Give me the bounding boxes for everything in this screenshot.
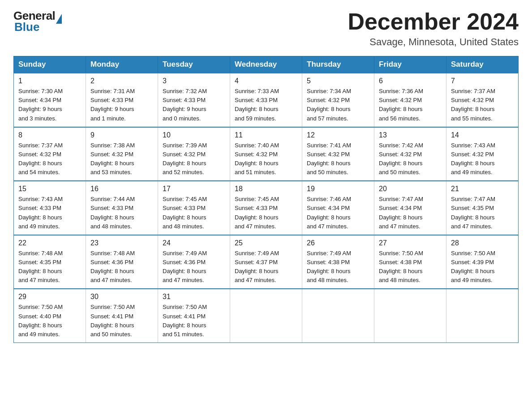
- header-saturday: Saturday: [446, 56, 519, 73]
- day-number: 27: [379, 239, 442, 247]
- day-number: 3: [163, 77, 225, 85]
- day-info: Sunrise: 7:41 AMSunset: 4:32 PMDaylight:…: [307, 141, 369, 177]
- calendar-cell: 30 Sunrise: 7:50 AMSunset: 4:41 PMDaylig…: [86, 289, 158, 342]
- day-number: 6: [379, 77, 442, 85]
- day-number: 23: [90, 239, 153, 247]
- day-number: 15: [18, 185, 81, 193]
- day-info: Sunrise: 7:43 AMSunset: 4:32 PMDaylight:…: [451, 141, 514, 177]
- day-number: 14: [451, 131, 514, 139]
- day-number: 25: [235, 239, 297, 247]
- calendar-cell: 6 Sunrise: 7:36 AMSunset: 4:32 PMDayligh…: [374, 73, 446, 127]
- day-info: Sunrise: 7:39 AMSunset: 4:32 PMDaylight:…: [163, 141, 225, 177]
- day-info: Sunrise: 7:42 AMSunset: 4:32 PMDaylight:…: [379, 141, 442, 177]
- day-number: 4: [235, 77, 297, 85]
- day-number: 26: [307, 239, 369, 247]
- calendar-cell: 20 Sunrise: 7:47 AMSunset: 4:34 PMDaylig…: [374, 181, 446, 235]
- calendar-cell: 12 Sunrise: 7:41 AMSunset: 4:32 PMDaylig…: [302, 127, 374, 181]
- week-row-5: 29 Sunrise: 7:50 AMSunset: 4:40 PMDaylig…: [14, 289, 519, 342]
- day-number: 1: [18, 77, 81, 85]
- calendar-cell: 19 Sunrise: 7:46 AMSunset: 4:34 PMDaylig…: [302, 181, 374, 235]
- day-info: Sunrise: 7:40 AMSunset: 4:32 PMDaylight:…: [235, 141, 297, 177]
- day-info: Sunrise: 7:30 AMSunset: 4:34 PMDaylight:…: [18, 87, 81, 123]
- calendar-cell: 18 Sunrise: 7:45 AMSunset: 4:33 PMDaylig…: [230, 181, 302, 235]
- calendar-cell: 23 Sunrise: 7:48 AMSunset: 4:36 PMDaylig…: [86, 235, 158, 289]
- day-info: Sunrise: 7:49 AMSunset: 4:38 PMDaylight:…: [307, 249, 369, 285]
- calendar-cell: 15 Sunrise: 7:43 AMSunset: 4:33 PMDaylig…: [14, 181, 86, 235]
- day-info: Sunrise: 7:45 AMSunset: 4:33 PMDaylight:…: [163, 195, 225, 231]
- day-info: Sunrise: 7:33 AMSunset: 4:33 PMDaylight:…: [235, 87, 297, 123]
- day-number: 2: [90, 77, 153, 85]
- week-row-1: 1 Sunrise: 7:30 AMSunset: 4:34 PMDayligh…: [14, 73, 519, 127]
- calendar-cell: 14 Sunrise: 7:43 AMSunset: 4:32 PMDaylig…: [446, 127, 519, 181]
- day-info: Sunrise: 7:37 AMSunset: 4:32 PMDaylight:…: [451, 87, 514, 123]
- day-info: Sunrise: 7:47 AMSunset: 4:35 PMDaylight:…: [451, 195, 514, 231]
- day-number: 21: [451, 185, 514, 193]
- day-number: 11: [235, 131, 297, 139]
- calendar-cell: [302, 289, 374, 342]
- day-number: 13: [379, 131, 442, 139]
- day-info: Sunrise: 7:34 AMSunset: 4:32 PMDaylight:…: [307, 87, 369, 123]
- calendar-cell: 29 Sunrise: 7:50 AMSunset: 4:40 PMDaylig…: [14, 289, 86, 342]
- day-number: 29: [18, 293, 81, 301]
- week-row-3: 15 Sunrise: 7:43 AMSunset: 4:33 PMDaylig…: [14, 181, 519, 235]
- day-number: 7: [451, 77, 514, 85]
- day-number: 18: [235, 185, 297, 193]
- header-wednesday: Wednesday: [230, 56, 302, 73]
- calendar-subtitle: Savage, Minnesota, United States: [348, 36, 519, 48]
- calendar-cell: 11 Sunrise: 7:40 AMSunset: 4:32 PMDaylig…: [230, 127, 302, 181]
- day-info: Sunrise: 7:44 AMSunset: 4:33 PMDaylight:…: [90, 195, 153, 231]
- logo-triangle-icon: [56, 14, 62, 24]
- day-number: 30: [90, 293, 153, 301]
- logo-blue-text: Blue: [14, 21, 39, 33]
- calendar-cell: 5 Sunrise: 7:34 AMSunset: 4:32 PMDayligh…: [302, 73, 374, 127]
- week-row-2: 8 Sunrise: 7:37 AMSunset: 4:32 PMDayligh…: [14, 127, 519, 181]
- day-number: 31: [163, 293, 225, 301]
- day-number: 20: [379, 185, 442, 193]
- day-number: 9: [90, 131, 153, 139]
- calendar-cell: [446, 289, 519, 342]
- calendar-cell: 24 Sunrise: 7:49 AMSunset: 4:36 PMDaylig…: [158, 235, 230, 289]
- calendar-cell: 31 Sunrise: 7:50 AMSunset: 4:41 PMDaylig…: [158, 289, 230, 342]
- calendar-cell: 1 Sunrise: 7:30 AMSunset: 4:34 PMDayligh…: [14, 73, 86, 127]
- day-number: 17: [163, 185, 225, 193]
- day-info: Sunrise: 7:31 AMSunset: 4:33 PMDaylight:…: [90, 87, 153, 123]
- calendar-cell: 28 Sunrise: 7:50 AMSunset: 4:39 PMDaylig…: [446, 235, 519, 289]
- calendar-cell: 7 Sunrise: 7:37 AMSunset: 4:32 PMDayligh…: [446, 73, 519, 127]
- calendar-cell: 17 Sunrise: 7:45 AMSunset: 4:33 PMDaylig…: [158, 181, 230, 235]
- day-number: 16: [90, 185, 153, 193]
- day-number: 22: [18, 239, 81, 247]
- week-row-4: 22 Sunrise: 7:48 AMSunset: 4:35 PMDaylig…: [14, 235, 519, 289]
- day-info: Sunrise: 7:43 AMSunset: 4:33 PMDaylight:…: [18, 195, 81, 231]
- day-number: 8: [18, 131, 81, 139]
- calendar-cell: 4 Sunrise: 7:33 AMSunset: 4:33 PMDayligh…: [230, 73, 302, 127]
- calendar-header-row: SundayMondayTuesdayWednesdayThursdayFrid…: [14, 56, 519, 73]
- calendar-cell: 2 Sunrise: 7:31 AMSunset: 4:33 PMDayligh…: [86, 73, 158, 127]
- calendar-cell: 22 Sunrise: 7:48 AMSunset: 4:35 PMDaylig…: [14, 235, 86, 289]
- calendar-cell: 25 Sunrise: 7:49 AMSunset: 4:37 PMDaylig…: [230, 235, 302, 289]
- calendar-title: December 2024: [348, 9, 519, 34]
- header-sunday: Sunday: [14, 56, 86, 73]
- day-info: Sunrise: 7:50 AMSunset: 4:40 PMDaylight:…: [18, 303, 81, 339]
- calendar-cell: 9 Sunrise: 7:38 AMSunset: 4:32 PMDayligh…: [86, 127, 158, 181]
- calendar-cell: 27 Sunrise: 7:50 AMSunset: 4:38 PMDaylig…: [374, 235, 446, 289]
- day-info: Sunrise: 7:50 AMSunset: 4:39 PMDaylight:…: [451, 249, 514, 285]
- day-info: Sunrise: 7:48 AMSunset: 4:35 PMDaylight:…: [18, 249, 81, 285]
- calendar-cell: 8 Sunrise: 7:37 AMSunset: 4:32 PMDayligh…: [14, 127, 86, 181]
- calendar-cell: 3 Sunrise: 7:32 AMSunset: 4:33 PMDayligh…: [158, 73, 230, 127]
- day-number: 10: [163, 131, 225, 139]
- calendar-cell: [230, 289, 302, 342]
- day-info: Sunrise: 7:36 AMSunset: 4:32 PMDaylight:…: [379, 87, 442, 123]
- day-info: Sunrise: 7:47 AMSunset: 4:34 PMDaylight:…: [379, 195, 442, 231]
- calendar-cell: 16 Sunrise: 7:44 AMSunset: 4:33 PMDaylig…: [86, 181, 158, 235]
- day-number: 5: [307, 77, 369, 85]
- day-info: Sunrise: 7:45 AMSunset: 4:33 PMDaylight:…: [235, 195, 297, 231]
- calendar-cell: 10 Sunrise: 7:39 AMSunset: 4:32 PMDaylig…: [158, 127, 230, 181]
- header-monday: Monday: [86, 56, 158, 73]
- calendar-cell: 26 Sunrise: 7:49 AMSunset: 4:38 PMDaylig…: [302, 235, 374, 289]
- day-number: 12: [307, 131, 369, 139]
- day-info: Sunrise: 7:50 AMSunset: 4:41 PMDaylight:…: [90, 303, 153, 339]
- day-number: 19: [307, 185, 369, 193]
- day-info: Sunrise: 7:32 AMSunset: 4:33 PMDaylight:…: [163, 87, 225, 123]
- day-info: Sunrise: 7:48 AMSunset: 4:36 PMDaylight:…: [90, 249, 153, 285]
- day-info: Sunrise: 7:37 AMSunset: 4:32 PMDaylight:…: [18, 141, 81, 177]
